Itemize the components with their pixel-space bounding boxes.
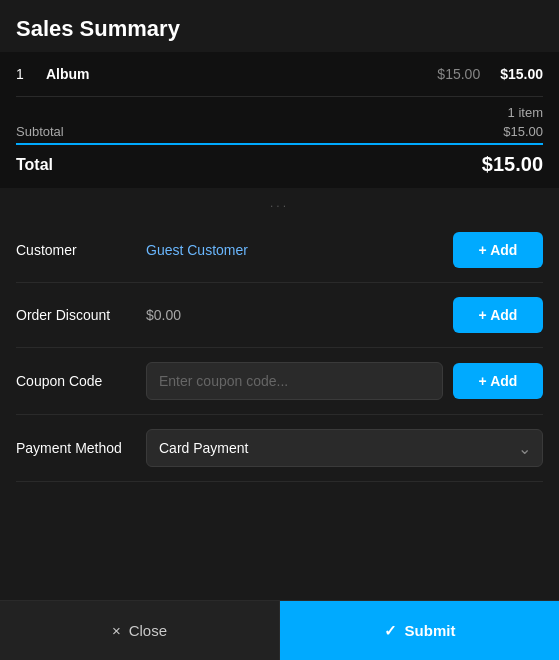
- coupon-input-wrapper: [146, 362, 443, 400]
- payment-method-row: Payment Method Card Payment Cash Bank Tr…: [16, 415, 543, 482]
- subtotal-value: $15.00: [503, 124, 543, 139]
- close-icon: ×: [112, 622, 121, 639]
- payment-method-select[interactable]: Card Payment Cash Bank Transfer: [146, 429, 543, 467]
- order-discount-label: Order Discount: [16, 307, 146, 323]
- close-button[interactable]: × Close: [0, 601, 280, 660]
- payment-dropdown-container: Card Payment Cash Bank Transfer ⌄: [146, 429, 543, 467]
- order-discount-value: $0.00: [146, 307, 453, 323]
- details-section: Customer Guest Customer + Add Order Disc…: [0, 218, 559, 600]
- header: Sales Summary: [0, 0, 559, 52]
- item-unit-price: $15.00: [437, 66, 480, 82]
- close-label: Close: [129, 622, 167, 639]
- item-name: Album: [46, 66, 437, 82]
- item-total-price: $15.00: [500, 66, 543, 82]
- dots-divider: ...: [0, 188, 559, 218]
- order-discount-add-button[interactable]: + Add: [453, 297, 543, 333]
- coupon-code-label: Coupon Code: [16, 373, 146, 389]
- summary-section: 1 item Subtotal $15.00 Total $15.00: [0, 97, 559, 188]
- coupon-add-button[interactable]: + Add: [453, 363, 543, 399]
- customer-label: Customer: [16, 242, 146, 258]
- submit-button[interactable]: ✓ Submit: [280, 601, 559, 660]
- items-section: 1 Album $15.00 $15.00: [0, 52, 559, 97]
- total-value: $15.00: [482, 153, 543, 176]
- order-discount-row: Order Discount $0.00 + Add: [16, 283, 543, 348]
- submit-icon: ✓: [384, 622, 397, 640]
- submit-label: Submit: [405, 622, 456, 639]
- coupon-row-content: + Add: [146, 362, 543, 400]
- customer-add-button[interactable]: + Add: [453, 232, 543, 268]
- page-title: Sales Summary: [16, 16, 180, 41]
- total-row: Total $15.00: [16, 143, 543, 176]
- item-qty: 1: [16, 66, 46, 82]
- table-row: 1 Album $15.00 $15.00: [16, 52, 543, 97]
- dots-text: ...: [270, 196, 289, 210]
- subtotal-row: Subtotal $15.00: [16, 124, 543, 139]
- footer: × Close ✓ Submit: [0, 600, 559, 660]
- app-container: Sales Summary 1 Album $15.00 $15.00 1 it…: [0, 0, 559, 660]
- payment-method-label: Payment Method: [16, 440, 146, 456]
- subtotal-label: Subtotal: [16, 124, 64, 139]
- coupon-code-row: Coupon Code + Add: [16, 348, 543, 415]
- total-label: Total: [16, 156, 53, 174]
- customer-value: Guest Customer: [146, 242, 453, 258]
- customer-row: Customer Guest Customer + Add: [16, 218, 543, 283]
- item-count: 1 item: [16, 105, 543, 120]
- coupon-input[interactable]: [146, 362, 443, 400]
